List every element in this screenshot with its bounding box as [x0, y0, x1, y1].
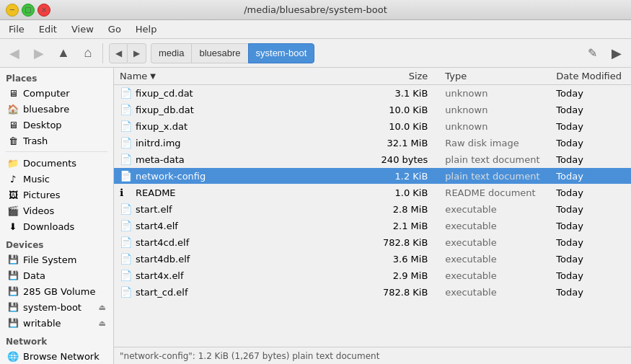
file-icon: 📄 [120, 286, 131, 298]
cell-type: executable [439, 251, 550, 267]
table-row[interactable]: 📄 start4.elf 2.1 MiB executable Today [114, 218, 631, 234]
breadcrumb-bluesabre[interactable]: bluesabre [191, 43, 247, 63]
table-row[interactable]: 📄 start4cd.elf 782.8 KiB executable Toda… [114, 234, 631, 251]
menu-view[interactable]: View [66, 22, 100, 36]
table-row[interactable]: 📄 network-config 1.2 KiB plain text docu… [114, 168, 631, 185]
table-row[interactable]: 📄 start4db.elf 3.6 MiB executable Today [114, 251, 631, 267]
forward-button[interactable]: ▶ [27, 42, 50, 65]
col-header-size[interactable]: Size [373, 68, 440, 85]
cell-date: Today [550, 168, 631, 185]
cell-size: 1.0 KiB [373, 185, 440, 201]
col-header-date[interactable]: Date Modified [550, 68, 631, 85]
minimize-button[interactable]: − [6, 4, 19, 17]
sidebar-item-downloads[interactable]: ⬇ Downloads [1, 218, 112, 234]
sidebar-label-documents: Documents [23, 158, 76, 169]
menu-file[interactable]: File [3, 22, 30, 36]
table-row[interactable]: 📄 start.elf 2.8 MiB executable Today [114, 201, 631, 218]
file-name: start4.elf [136, 221, 178, 231]
next-pane-button[interactable]: ▶ [605, 42, 628, 65]
table-row[interactable]: 📄 meta-data 240 bytes plain text documen… [114, 151, 631, 168]
computer-icon: 🖥 [7, 87, 19, 99]
sidebar-item-music[interactable]: ♪ Music [1, 171, 112, 187]
file-icon: 📄 [120, 120, 131, 132]
file-name: network-config [136, 171, 206, 182]
edit-location-button[interactable]: ✎ [582, 43, 602, 63]
sidebar-item-videos[interactable]: 🎬 Videos [1, 203, 112, 218]
cell-type: executable [439, 284, 550, 301]
cell-name: ℹ README [114, 185, 373, 201]
documents-icon: 📁 [7, 157, 19, 169]
close-button[interactable]: × [37, 4, 50, 17]
col-header-name[interactable]: Name ▼ [114, 68, 373, 85]
cell-size: 10.0 KiB [373, 118, 440, 135]
cell-size: 10.0 KiB [373, 102, 440, 118]
sidebar: Places 🖥 Computer 🏠 bluesabre 🖥 Desktop … [0, 68, 114, 364]
table-row[interactable]: 📄 fixup_db.dat 10.0 KiB unknown Today [114, 102, 631, 118]
sidebar-label-downloads: Downloads [23, 221, 74, 232]
network-section: Network 🌐 Browse Network [0, 334, 113, 364]
cell-date: Today [550, 151, 631, 168]
breadcrumb-system-boot[interactable]: system-boot [248, 43, 315, 63]
cell-type: unknown [439, 85, 550, 102]
sidebar-item-pictures[interactable]: 🖼 Pictures [1, 187, 112, 203]
menu-go[interactable]: Go [102, 22, 127, 36]
table-row[interactable]: 📄 fixup_x.dat 10.0 KiB unknown Today [114, 118, 631, 135]
table-header-row: Name ▼ Size Type Date Modified [114, 68, 631, 85]
table-row[interactable]: 📄 fixup_cd.dat 3.1 KiB unknown Today [114, 85, 631, 102]
home-button[interactable]: ⌂ [76, 42, 100, 65]
cell-type: README document [439, 185, 550, 201]
file-name: fixup_x.dat [136, 121, 187, 132]
eject-writable[interactable]: ⏏ [99, 319, 106, 328]
breadcrumb-media[interactable]: media [151, 43, 191, 63]
file-name: start.elf [136, 204, 172, 215]
cell-size: 32.1 MiB [373, 135, 440, 151]
table-row[interactable]: 📄 initrd.img 32.1 MiB Raw disk image Tod… [114, 135, 631, 151]
file-icon: 📄 [120, 137, 131, 148]
location-nav-fwd[interactable]: ▶ [128, 43, 146, 63]
menu-edit[interactable]: Edit [33, 22, 63, 36]
sidebar-item-285gb[interactable]: 💾 285 GB Volume [1, 283, 112, 299]
table-row[interactable]: ℹ README 1.0 KiB README document Today [114, 185, 631, 201]
sidebar-item-data[interactable]: 💾 Data [1, 267, 112, 283]
back-button[interactable]: ◀ [3, 42, 26, 65]
eject-system-boot[interactable]: ⏏ [99, 303, 106, 312]
location-nav-back[interactable]: ◀ [109, 43, 128, 63]
file-list: Name ▼ Size Type Date Modified 📄 fixup_c… [114, 68, 631, 301]
file-name: fixup_cd.dat [136, 88, 193, 99]
menu-help[interactable]: Help [130, 22, 163, 36]
table-row[interactable]: 📄 start_cd.elf 782.8 KiB executable Toda… [114, 284, 631, 301]
sidebar-item-desktop[interactable]: 🖥 Desktop [1, 117, 112, 133]
sidebar-item-filesystem[interactable]: 💾 File System [1, 252, 112, 267]
cell-date: Today [550, 251, 631, 267]
sidebar-item-system-boot[interactable]: 💾 system-boot ⏏ [1, 299, 112, 315]
file-name: start4cd.elf [136, 237, 189, 248]
maximize-button[interactable]: □ [22, 4, 35, 17]
toolbar-end: ✎ ▶ [582, 42, 628, 65]
cell-size: 2.9 MiB [373, 267, 440, 284]
location-bar: ◀ ▶ media bluesabre system-boot [109, 43, 581, 63]
sidebar-item-documents[interactable]: 📁 Documents [1, 155, 112, 171]
cell-type: executable [439, 201, 550, 218]
sidebar-item-writable[interactable]: 💾 writable ⏏ [1, 315, 112, 331]
cell-name: 📄 start4cd.elf [114, 234, 373, 251]
sidebar-label-285gb: 285 GB Volume [23, 286, 95, 297]
toolbar: ◀ ▶ ▲ ⌂ ◀ ▶ media bluesabre system-boot … [0, 39, 631, 68]
file-table: Name ▼ Size Type Date Modified 📄 fixup_c… [114, 68, 631, 347]
sidebar-item-browse-network[interactable]: 🌐 Browse Network [1, 348, 112, 364]
file-name: initrd.img [136, 138, 181, 148]
table-row[interactable]: 📄 start4x.elf 2.9 MiB executable Today [114, 267, 631, 284]
cell-date: Today [550, 201, 631, 218]
up-button[interactable]: ▲ [52, 42, 75, 65]
sidebar-item-trash[interactable]: 🗑 Trash [1, 133, 112, 148]
sidebar-item-bluesabre[interactable]: 🏠 bluesabre [1, 101, 112, 117]
sidebar-label-pictures: Pictures [23, 190, 60, 200]
cell-type: executable [439, 267, 550, 284]
videos-icon: 🎬 [7, 205, 19, 216]
cell-name: 📄 start.elf [114, 201, 373, 218]
cell-name: 📄 fixup_cd.dat [114, 85, 373, 102]
cell-date: Today [550, 85, 631, 102]
col-header-type[interactable]: Type [439, 68, 550, 85]
drive-icon-system-boot: 💾 [7, 301, 19, 313]
sidebar-item-computer[interactable]: 🖥 Computer [1, 85, 112, 101]
status-text: "network-config": 1.2 KiB (1,267 bytes) … [120, 351, 379, 361]
